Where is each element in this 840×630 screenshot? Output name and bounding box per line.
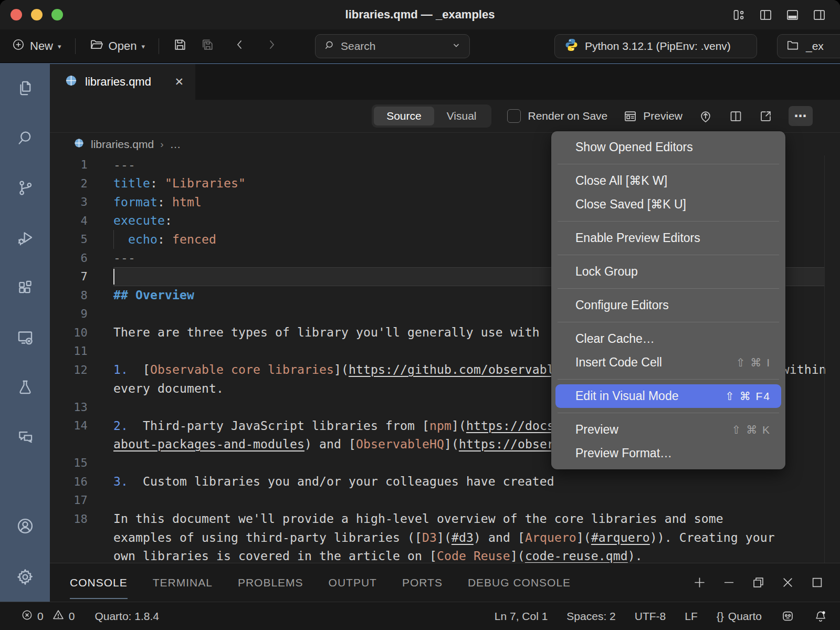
files-icon bbox=[16, 79, 34, 97]
line-number: 10 bbox=[50, 326, 88, 339]
window-title: libraries.qmd — _examples bbox=[0, 8, 840, 22]
folder-icon bbox=[786, 38, 800, 55]
sidebar-item-run-debug[interactable] bbox=[0, 213, 50, 262]
quarto-version-status[interactable]: Quarto: 1.8.4 bbox=[94, 610, 159, 623]
navigate-back-icon[interactable] bbox=[234, 38, 246, 55]
menu-separator bbox=[558, 255, 779, 255]
toggle-panel-icon[interactable] bbox=[785, 8, 800, 22]
minimize-panel-icon[interactable] bbox=[722, 575, 736, 590]
cursor-position-status[interactable]: Ln 7, Col 1 bbox=[495, 610, 548, 623]
project-button[interactable]: _ex bbox=[777, 34, 840, 58]
panel-tab-console[interactable]: CONSOLE bbox=[70, 563, 128, 602]
code-row[interactable]: 163. Custom libraries you and/or your co… bbox=[50, 472, 840, 491]
sidebar-item-extensions[interactable] bbox=[0, 262, 50, 312]
code-row[interactable]: examples of using third-party libraries … bbox=[50, 528, 840, 547]
more-actions-button[interactable]: ⋯ bbox=[789, 106, 813, 126]
text-cursor bbox=[113, 269, 114, 285]
panel-tab-ports[interactable]: PORTS bbox=[402, 563, 443, 602]
code-row[interactable]: 17 bbox=[50, 491, 840, 510]
menu-item-close-all-k-w[interactable]: Close All [⌘K W] bbox=[551, 169, 785, 193]
toggle-secondary-sidebar-icon[interactable] bbox=[812, 8, 826, 22]
code-row[interactable]: 18In this document we'll provide a high-… bbox=[50, 510, 840, 529]
top-action-bar: New ▾ Open ▾ Search bbox=[0, 29, 840, 63]
close-window-button[interactable] bbox=[10, 9, 22, 20]
line-number: 6 bbox=[50, 251, 88, 265]
breadcrumb-symbol[interactable]: … bbox=[170, 138, 181, 151]
save-button[interactable] bbox=[173, 37, 187, 55]
traffic-lights bbox=[0, 9, 63, 20]
tab-libraries-qmd[interactable]: libraries.qmd ✕ bbox=[50, 64, 195, 100]
error-icon bbox=[21, 609, 33, 624]
maximize-panel-icon[interactable] bbox=[810, 575, 824, 590]
menu-item-preview-format[interactable]: Preview Format… bbox=[551, 442, 785, 465]
open-button[interactable]: Open ▾ bbox=[89, 37, 145, 55]
sidebar-item-explorer[interactable] bbox=[0, 63, 50, 113]
menu-item-clear-cache[interactable]: Clear Cache… bbox=[551, 327, 785, 351]
sidebar-item-source-control[interactable] bbox=[0, 163, 50, 213]
breadcrumb-file[interactable]: libraries.qmd bbox=[91, 138, 154, 151]
navigate-forward-icon[interactable] bbox=[265, 38, 278, 55]
menu-item-lock-group[interactable]: Lock Group bbox=[551, 260, 785, 284]
flask-icon bbox=[16, 379, 34, 396]
menu-separator bbox=[558, 288, 779, 289]
activity-bar bbox=[0, 63, 50, 602]
split-editor-icon[interactable] bbox=[729, 109, 743, 123]
menu-item-preview[interactable]: Preview⇧ ⌘ K bbox=[551, 418, 785, 442]
global-search-input[interactable]: Search bbox=[315, 34, 470, 58]
feedback-robot-icon[interactable] bbox=[781, 609, 795, 623]
editor-tab-bar: libraries.qmd ✕ bbox=[50, 63, 840, 100]
chevron-down-icon bbox=[452, 40, 461, 52]
plus-icon[interactable] bbox=[692, 575, 707, 590]
language-mode-status[interactable]: {} Quarto bbox=[717, 610, 762, 623]
customize-layout-icon[interactable] bbox=[732, 8, 746, 22]
menu-item-insert-code-cell[interactable]: Insert Code Cell⇧ ⌘ I bbox=[551, 351, 785, 374]
sidebar-item-testing[interactable] bbox=[0, 362, 50, 412]
menu-item-configure-editors[interactable]: Configure Editors bbox=[551, 293, 785, 317]
gear-icon bbox=[16, 568, 35, 586]
preview-button[interactable]: Preview bbox=[623, 109, 682, 123]
menu-item-enable-preview-editors[interactable]: Enable Preview Editors bbox=[551, 226, 785, 250]
panel-tab-terminal[interactable]: TERMINAL bbox=[153, 563, 213, 602]
zoom-window-button[interactable] bbox=[51, 9, 63, 20]
sidebar-item-account[interactable] bbox=[0, 502, 50, 552]
python-logo-icon bbox=[564, 38, 579, 55]
eol-status[interactable]: LF bbox=[685, 610, 698, 623]
minimize-window-button[interactable] bbox=[31, 9, 43, 20]
git-branch-icon bbox=[16, 179, 34, 197]
line-number: 3 bbox=[50, 195, 88, 208]
sidebar-item-sessions[interactable] bbox=[0, 312, 50, 362]
restore-panel-icon[interactable] bbox=[751, 575, 765, 590]
chevron-down-icon: ▾ bbox=[58, 43, 61, 50]
render-icon[interactable] bbox=[698, 109, 713, 123]
panel-tab-output[interactable]: OUTPUT bbox=[329, 563, 377, 602]
encoding-status[interactable]: UTF-8 bbox=[635, 610, 666, 623]
sidebar-item-search[interactable] bbox=[0, 113, 50, 163]
panel-tab-debug-console[interactable]: DEBUG CONSOLE bbox=[468, 563, 571, 602]
new-button[interactable]: New ▾ bbox=[12, 38, 61, 55]
menu-item-close-saved-k-u[interactable]: Close Saved [⌘K U] bbox=[551, 193, 785, 216]
save-all-button[interactable] bbox=[200, 37, 215, 55]
visual-mode-button[interactable]: Visual bbox=[434, 107, 489, 125]
code-row[interactable]: own libraries is covered in the article … bbox=[50, 547, 840, 563]
line-number: 9 bbox=[50, 307, 88, 320]
account-icon bbox=[16, 517, 35, 536]
notifications-bell-icon[interactable] bbox=[814, 610, 827, 623]
panel-tab-problems[interactable]: PROBLEMS bbox=[238, 563, 303, 602]
close-panel-icon[interactable] bbox=[781, 575, 795, 590]
menu-item-edit-in-visual-mode[interactable]: Edit in Visual Mode⇧ ⌘ F4 bbox=[555, 384, 781, 408]
indentation-status[interactable]: Spaces: 2 bbox=[566, 610, 615, 623]
folder-open-icon bbox=[89, 37, 104, 55]
problems-status[interactable]: 0 0 bbox=[21, 608, 75, 624]
menu-item-show-opened-editors[interactable]: Show Opened Editors bbox=[551, 135, 785, 159]
toggle-primary-sidebar-icon[interactable] bbox=[759, 8, 773, 22]
menu-separator bbox=[558, 221, 779, 222]
close-icon[interactable]: ✕ bbox=[174, 76, 184, 88]
sidebar-item-comments[interactable] bbox=[0, 412, 50, 462]
render-on-save-checkbox[interactable] bbox=[507, 109, 521, 123]
tab-label: libraries.qmd bbox=[85, 75, 151, 89]
titlebar: libraries.qmd — _examples bbox=[0, 0, 840, 29]
open-in-new-window-icon[interactable] bbox=[759, 109, 773, 123]
interpreter-selector-button[interactable]: Python 3.12.1 (PipEnv: .venv) bbox=[554, 34, 757, 58]
source-mode-button[interactable]: Source bbox=[374, 107, 434, 125]
sidebar-item-settings[interactable] bbox=[0, 552, 50, 602]
